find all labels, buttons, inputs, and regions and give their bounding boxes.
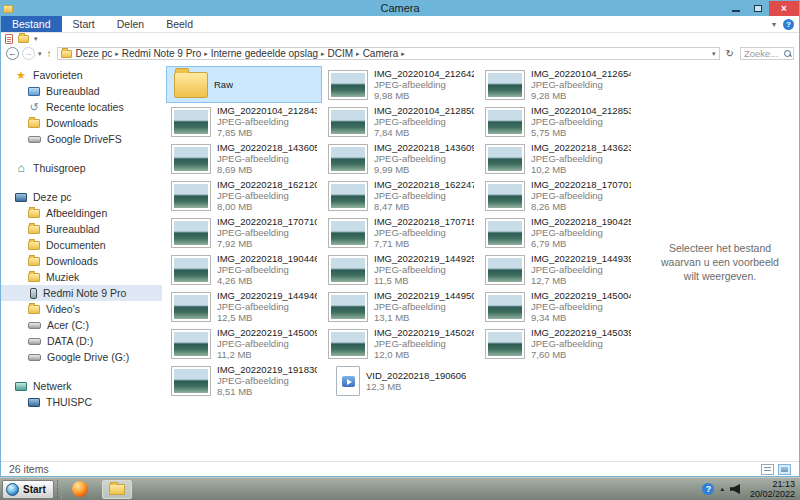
file-name: IMG_20220219_191830	[217, 364, 317, 375]
sidebar-item-thuispc[interactable]: THUISPC	[1, 394, 162, 410]
file-tile[interactable]: IMG_20220104_212853JPEG-afbeelding5,75 M…	[480, 103, 636, 140]
clock[interactable]: 21:13 20/02/2022	[746, 479, 795, 499]
file-tile[interactable]: IMG_20220104_212850JPEG-afbeelding7,84 M…	[323, 103, 479, 140]
thumbnails-view-icon[interactable]	[778, 464, 791, 475]
refresh-icon[interactable]: ↻	[726, 48, 734, 59]
file-tile[interactable]: IMG_20220219_144950JPEG-afbeelding13,1 M…	[323, 288, 479, 325]
breadcrumb-item[interactable]: Deze pc	[73, 48, 116, 59]
sidebar-item-bureaublad[interactable]: Bureaublad	[1, 83, 162, 99]
file-tile[interactable]: IMG_20220104_212843JPEG-afbeelding7,85 M…	[166, 103, 322, 140]
sidebar-item-downloads[interactable]: Downloads	[1, 253, 162, 269]
forward-button[interactable]: →	[22, 47, 35, 60]
file-size: 12,7 MB	[531, 275, 631, 286]
file-text: IMG_20220219_145004JPEG-afbeelding9,34 M…	[531, 290, 631, 323]
sidebar-item-google-drivefs[interactable]: Google DriveFS	[1, 131, 162, 147]
help-icon[interactable]: ?	[783, 19, 794, 30]
file-tile[interactable]: IMG_20220218_143609JPEG-afbeelding9,99 M…	[323, 140, 479, 177]
file-name: IMG_20220219_145039	[531, 327, 631, 338]
file-tile[interactable]: IMG_20220219_145009JPEG-afbeelding11,2 M…	[166, 325, 322, 362]
address-dropdown-icon[interactable]: ▾	[712, 50, 716, 58]
sidebar-group-favorieten[interactable]: ★Favorieten	[1, 67, 162, 83]
volume-icon[interactable]	[730, 484, 740, 494]
sidebar-group-thuisgroep[interactable]: ⌂Thuisgroep	[1, 160, 162, 176]
file-tile[interactable]: IMG_20220219_191830JPEG-afbeelding8,51 M…	[166, 362, 322, 399]
search-box[interactable]	[740, 47, 794, 60]
sidebar-item-acer-c-[interactable]: Acer (C:)	[1, 317, 162, 333]
file-text: IMG_20220218_170715JPEG-afbeelding7,71 M…	[374, 216, 474, 249]
properties-icon[interactable]	[5, 34, 13, 44]
file-tile[interactable]: IMG_20220218_162247JPEG-afbeelding8,47 M…	[323, 177, 479, 214]
breadcrumb-item[interactable]: Redmi Note 9 Pro	[119, 48, 204, 59]
file-tile[interactable]: IMG_20220219_144939JPEG-afbeelding12,7 M…	[480, 251, 636, 288]
file-tile[interactable]: IMG_20220218_143623JPEG-afbeelding10,2 M…	[480, 140, 636, 177]
breadcrumb-item[interactable]: Interne gedeelde opslag	[208, 48, 321, 59]
new-folder-icon[interactable]	[18, 35, 29, 43]
file-text: IMG_20220219_144946JPEG-afbeelding12,5 M…	[217, 290, 317, 323]
up-button[interactable]: ↑	[47, 48, 52, 59]
customize-toolbar-icon[interactable]: ▾	[34, 35, 38, 43]
file-tile[interactable]: IMG_20220219_145004JPEG-afbeelding9,34 M…	[480, 288, 636, 325]
maximize-button[interactable]	[747, 1, 769, 16]
file-text: IMG_20220219_145026JPEG-afbeelding12,0 M…	[374, 327, 474, 360]
file-text: IMG_20220219_144950JPEG-afbeelding13,1 M…	[374, 290, 474, 323]
file-tile[interactable]: IMG_20220218_190446JPEG-afbeelding4,26 M…	[166, 251, 322, 288]
sidebar-item-afbeeldingen[interactable]: Afbeeldingen	[1, 205, 162, 221]
file-type: JPEG-afbeelding	[531, 227, 631, 238]
sidebar-item-downloads[interactable]: Downloads	[1, 115, 162, 131]
file-tile[interactable]: VID_20220218_19060612,3 MB	[323, 362, 479, 399]
ribbon-expand-icon[interactable]: ▾	[772, 20, 776, 29]
sidebar-group-label: Favorieten	[33, 69, 83, 81]
file-tile[interactable]: IMG_20220218_143605JPEG-afbeelding8,69 M…	[166, 140, 322, 177]
hidden-icons-chevron-icon[interactable]: ▴	[720, 485, 724, 493]
file-tile[interactable]: IMG_20220218_190425JPEG-afbeelding6,79 M…	[480, 214, 636, 251]
tray-help-icon[interactable]: ?	[702, 483, 714, 495]
sidebar-item-google-drive-g-[interactable]: Google Drive (G:)	[1, 349, 162, 365]
tab-start[interactable]: Start	[62, 16, 106, 32]
file-tile[interactable]: IMG_20220218_170715JPEG-afbeelding7,71 M…	[323, 214, 479, 251]
details-view-icon[interactable]	[761, 464, 774, 475]
breadcrumb-item[interactable]: Camera	[360, 48, 402, 59]
photo-thumbnail	[485, 292, 525, 322]
file-tile[interactable]: IMG_20220219_144925JPEG-afbeelding11,5 M…	[323, 251, 479, 288]
sidebar-item-label: Afbeeldingen	[46, 207, 107, 219]
tab-bestand[interactable]: Bestand	[1, 16, 62, 32]
sidebar-item-recente-locaties[interactable]: ↺Recente locaties	[1, 99, 162, 115]
back-button[interactable]: ←	[6, 47, 19, 60]
file-name: IMG_20220219_145004	[531, 290, 631, 301]
minimize-button[interactable]	[725, 1, 747, 16]
sidebar-group-deze-pc[interactable]: Deze pc	[1, 189, 162, 205]
file-tile[interactable]: IMG_20220218_162120JPEG-afbeelding8,00 M…	[166, 177, 322, 214]
close-button[interactable]: ×	[769, 1, 799, 16]
firefox-icon[interactable]	[72, 481, 88, 497]
sidebar-item-documenten[interactable]: Documenten	[1, 237, 162, 253]
file-tile[interactable]: IMG_20220218_170710JPEG-afbeelding7,92 M…	[166, 214, 322, 251]
sidebar-group-netwerk[interactable]: Netwerk	[1, 378, 162, 394]
photo-thumbnail-image	[174, 110, 208, 134]
search-input[interactable]	[744, 48, 782, 59]
breadcrumb-item[interactable]: DCIM	[325, 48, 357, 59]
sidebar-item-redmi-note-9-pro[interactable]: Redmi Note 9 Pro	[1, 285, 162, 301]
sidebar-item-data-d-[interactable]: DATA (D:)	[1, 333, 162, 349]
sidebar-group-label: Netwerk	[33, 380, 72, 392]
file-text: IMG_20220219_191830JPEG-afbeelding8,51 M…	[217, 364, 317, 397]
sidebar-item-muziek[interactable]: Muziek	[1, 269, 162, 285]
file-size: 11,2 MB	[217, 349, 317, 360]
file-tile[interactable]: IMG_20220218_170701JPEG-afbeelding8,26 M…	[480, 177, 636, 214]
file-tile[interactable]: IMG_20220104_212642JPEG-afbeelding9,98 M…	[323, 66, 479, 103]
file-tile[interactable]: IMG_20220219_144946JPEG-afbeelding12,5 M…	[166, 288, 322, 325]
tab-delen[interactable]: Delen	[106, 16, 155, 32]
breadcrumb[interactable]: Deze pc▸Redmi Note 9 Pro▸Interne gedeeld…	[57, 47, 720, 60]
sidebar-item-bureaublad[interactable]: Bureaublad	[1, 221, 162, 237]
file-tile[interactable]: IMG_20220104_212654JPEG-afbeelding9,28 M…	[480, 66, 636, 103]
file-list-area: RawIMG_20220104_212843JPEG-afbeelding7,8…	[162, 62, 641, 461]
file-tile[interactable]: IMG_20220219_145039JPEG-afbeelding7,60 M…	[480, 325, 636, 362]
start-button[interactable]: Start	[2, 480, 54, 499]
file-size: 5,75 MB	[531, 127, 631, 138]
video-file-icon	[336, 366, 360, 396]
history-dropdown-icon[interactable]: ▾	[38, 50, 42, 58]
folder-tile[interactable]: Raw	[166, 66, 322, 103]
file-explorer-taskbar-button[interactable]	[102, 480, 132, 499]
file-tile[interactable]: IMG_20220219_145026JPEG-afbeelding12,0 M…	[323, 325, 479, 362]
sidebar-item-video-s[interactable]: Video's	[1, 301, 162, 317]
tab-beeld[interactable]: Beeld	[155, 16, 204, 32]
